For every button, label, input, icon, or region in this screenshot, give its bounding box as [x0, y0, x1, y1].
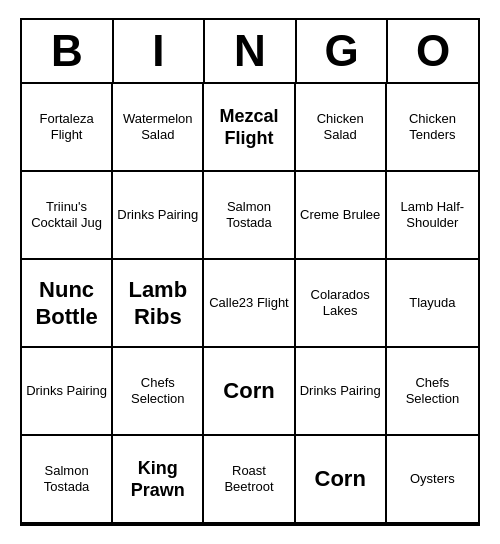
bingo-cell-23[interactable]: Corn [296, 436, 387, 524]
bingo-cell-22[interactable]: Roast Beetroot [204, 436, 295, 524]
bingo-cell-10[interactable]: Nunc Bottle [22, 260, 113, 348]
bingo-cell-19[interactable]: Chefs Selection [387, 348, 478, 436]
bingo-cell-11[interactable]: Lamb Ribs [113, 260, 204, 348]
header-letter-B: B [22, 20, 114, 82]
bingo-cell-21[interactable]: King Prawn [113, 436, 204, 524]
bingo-cell-20[interactable]: Salmon Tostada [22, 436, 113, 524]
bingo-header: BINGO [22, 20, 478, 84]
bingo-cell-24[interactable]: Oysters [387, 436, 478, 524]
bingo-cell-14[interactable]: Tlayuda [387, 260, 478, 348]
bingo-cell-17[interactable]: Corn [204, 348, 295, 436]
bingo-cell-1[interactable]: Watermelon Salad [113, 84, 204, 172]
bingo-cell-3[interactable]: Chicken Salad [296, 84, 387, 172]
bingo-cell-7[interactable]: Salmon Tostada [204, 172, 295, 260]
bingo-cell-16[interactable]: Chefs Selection [113, 348, 204, 436]
bingo-card: BINGO Fortaleza FlightWatermelon SaladMe… [20, 18, 480, 526]
bingo-cell-4[interactable]: Chicken Tenders [387, 84, 478, 172]
bingo-cell-15[interactable]: Drinks Pairing [22, 348, 113, 436]
header-letter-N: N [205, 20, 297, 82]
header-letter-G: G [297, 20, 389, 82]
bingo-cell-13[interactable]: Colarados Lakes [296, 260, 387, 348]
bingo-cell-5[interactable]: Triinu's Cocktail Jug [22, 172, 113, 260]
bingo-grid: Fortaleza FlightWatermelon SaladMezcal F… [22, 84, 478, 524]
bingo-cell-8[interactable]: Creme Brulee [296, 172, 387, 260]
bingo-cell-2[interactable]: Mezcal Flight [204, 84, 295, 172]
bingo-cell-12[interactable]: Calle23 Flight [204, 260, 295, 348]
bingo-cell-18[interactable]: Drinks Pairing [296, 348, 387, 436]
bingo-cell-9[interactable]: Lamb Half-Shoulder [387, 172, 478, 260]
bingo-cell-6[interactable]: Drinks Pairing [113, 172, 204, 260]
bingo-cell-0[interactable]: Fortaleza Flight [22, 84, 113, 172]
header-letter-I: I [114, 20, 206, 82]
header-letter-O: O [388, 20, 478, 82]
